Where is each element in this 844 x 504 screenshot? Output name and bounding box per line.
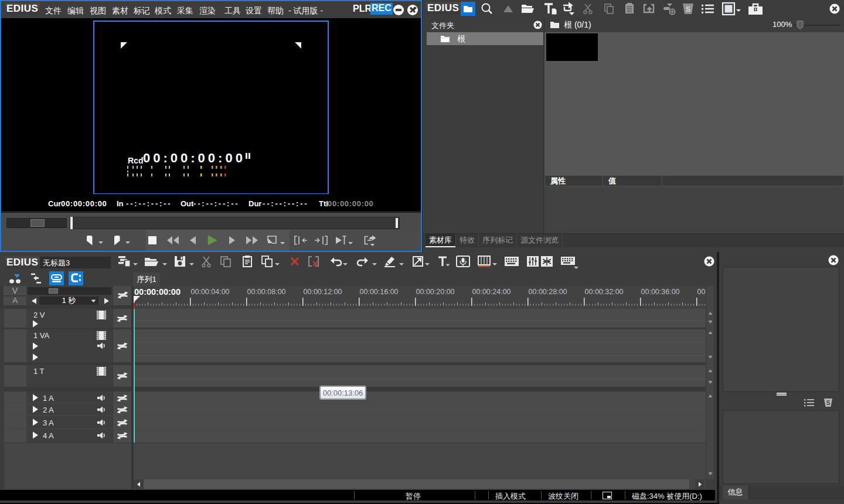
- svg-text:S: S: [686, 5, 691, 13]
- svg-text:S: S: [826, 400, 831, 406]
